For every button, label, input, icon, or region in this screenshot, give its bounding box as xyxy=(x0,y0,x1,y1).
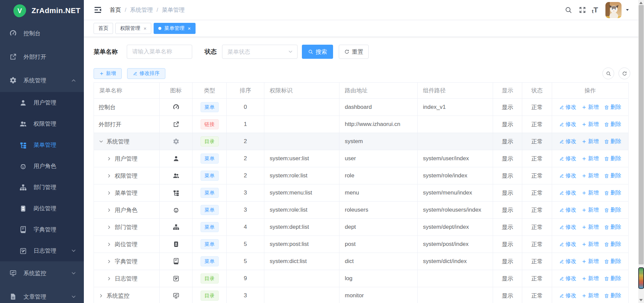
sidebar-item-system[interactable]: 系统管理 xyxy=(0,69,84,92)
sidebar-item-dept[interactable]: 部门管理 xyxy=(0,177,84,198)
add-link[interactable]: 新增 xyxy=(582,207,599,214)
tab-首页[interactable]: 首页 xyxy=(94,23,113,34)
sidebar-item-user[interactable]: 用户管理 xyxy=(0,92,84,113)
add-link[interactable]: 新增 xyxy=(582,292,599,299)
close-icon[interactable]: × xyxy=(188,26,191,31)
sidebar-item-article[interactable]: 文章管理 xyxy=(0,285,84,303)
table-row: 岗位管理菜单5system:post:listpostsystem/post/i… xyxy=(94,236,629,253)
edit-link[interactable]: 修改 xyxy=(559,189,576,197)
collapse-arrow-icon[interactable] xyxy=(107,225,112,230)
refresh-table-button[interactable] xyxy=(619,68,630,79)
user-menu-caret-icon[interactable] xyxy=(625,7,630,12)
add-link[interactable]: 新增 xyxy=(582,172,599,179)
scrollbar-thumb[interactable] xyxy=(639,5,644,264)
sort-edit-button[interactable]: 修改排序 xyxy=(127,68,165,79)
add-link[interactable]: 新增 xyxy=(582,104,599,111)
tab-菜单管理[interactable]: 菜单管理× xyxy=(154,23,196,34)
delete-link[interactable]: 删除 xyxy=(604,207,621,214)
sidebar-item-dashboard[interactable]: 控制台 xyxy=(0,21,84,45)
delete-link[interactable]: 删除 xyxy=(604,172,621,179)
edit-link[interactable]: 修改 xyxy=(559,172,576,179)
collapse-arrow-icon[interactable] xyxy=(107,276,112,281)
add-link[interactable]: 新增 xyxy=(582,224,599,231)
font-size-icon[interactable]: tT xyxy=(592,6,598,14)
search-button[interactable]: 搜索 xyxy=(302,45,333,59)
delete-link[interactable]: 删除 xyxy=(604,241,621,248)
edit-link[interactable]: 修改 xyxy=(559,121,576,128)
collapse-arrow-icon[interactable] xyxy=(107,156,112,161)
search-icon[interactable] xyxy=(565,6,572,14)
plus-icon xyxy=(582,156,587,161)
edit-link[interactable]: 修改 xyxy=(559,258,576,265)
delete-link[interactable]: 删除 xyxy=(604,275,621,282)
collapse-arrow-icon[interactable] xyxy=(99,293,104,298)
scrollbar[interactable] xyxy=(638,0,644,303)
expand-arrow-icon[interactable] xyxy=(99,139,104,144)
show-search-button[interactable] xyxy=(602,68,614,79)
sidebar-item-post[interactable]: 岗位管理 xyxy=(0,198,84,219)
add-link[interactable]: 新增 xyxy=(582,138,599,145)
add-link[interactable]: 新增 xyxy=(582,155,599,162)
collapse-arrow-icon[interactable] xyxy=(107,173,112,178)
menu-name: 系统监控 xyxy=(107,292,129,300)
breadcrumb-item[interactable]: 首页 xyxy=(110,6,121,14)
delete-link[interactable]: 删除 xyxy=(604,104,621,111)
scroll-up-arrow[interactable] xyxy=(639,2,643,4)
active-tab-dot xyxy=(158,27,161,30)
reset-button[interactable]: 重置 xyxy=(339,45,369,59)
edit-link[interactable]: 修改 xyxy=(559,155,576,162)
add-button[interactable]: 新增 xyxy=(94,68,122,79)
sidebar-item-external[interactable]: 外部打开 xyxy=(0,45,84,69)
add-link[interactable]: 新增 xyxy=(582,121,599,128)
collapse-arrow-icon[interactable] xyxy=(107,259,112,264)
add-link[interactable]: 新增 xyxy=(582,258,599,265)
avatar[interactable] xyxy=(605,2,622,18)
breadcrumb-item[interactable]: 菜单管理 xyxy=(162,6,184,14)
delete-link[interactable]: 删除 xyxy=(604,292,621,299)
add-link[interactable]: 新增 xyxy=(582,189,599,197)
component-value: system/user/index xyxy=(418,150,493,167)
collapse-arrow-icon[interactable] xyxy=(107,208,112,213)
fullscreen-icon[interactable] xyxy=(579,6,586,14)
sidebar-item-menu[interactable]: 菜单管理 xyxy=(0,134,84,156)
delete-link[interactable]: 删除 xyxy=(604,258,621,265)
delete-link[interactable]: 删除 xyxy=(604,224,621,231)
perm-value: system:role:list xyxy=(264,202,339,219)
visible-value: 显示 xyxy=(493,167,522,184)
status-value: 正常 xyxy=(522,202,552,219)
edit-link[interactable]: 修改 xyxy=(559,224,576,231)
edit-link[interactable]: 修改 xyxy=(559,207,576,214)
delete-link[interactable]: 删除 xyxy=(604,138,621,145)
breadcrumb-item[interactable]: 系统管理 xyxy=(130,6,153,14)
sidebar-collapse-icon[interactable] xyxy=(93,5,102,14)
menu-name-input[interactable] xyxy=(127,45,192,59)
sidebar-item-dict[interactable]: 字典管理 xyxy=(0,219,84,240)
collapse-arrow-icon[interactable] xyxy=(107,190,112,196)
log-icon xyxy=(19,247,27,255)
close-icon[interactable]: × xyxy=(144,26,147,31)
delete-link[interactable]: 删除 xyxy=(604,121,621,128)
edit-link[interactable]: 修改 xyxy=(559,138,576,145)
collapse-arrow-icon[interactable] xyxy=(107,242,112,247)
chevron-down-icon xyxy=(71,294,76,300)
delete-link[interactable]: 删除 xyxy=(604,189,621,197)
add-link[interactable]: 新增 xyxy=(582,275,599,282)
status-select[interactable]: 菜单状态 xyxy=(222,45,298,59)
perm-value xyxy=(264,133,339,150)
sidebar-item-roleusers[interactable]: 用户角色 xyxy=(0,156,84,177)
sidebar-item-log[interactable]: 日志管理 xyxy=(0,240,84,261)
table-row: 菜单管理菜单3system:menu:listmenusystem/menu/i… xyxy=(94,184,629,202)
component-value xyxy=(418,287,493,303)
edit-link[interactable]: 修改 xyxy=(559,275,576,282)
sidebar-item-role[interactable]: 权限管理 xyxy=(0,113,84,134)
sidebar-item-monitor[interactable]: 系统监控 xyxy=(0,261,84,285)
scroll-down-arrow[interactable] xyxy=(639,299,643,301)
edit-link[interactable]: 修改 xyxy=(559,104,576,111)
sidebar-menu: 控制台外部打开系统管理用户管理权限管理菜单管理用户角色部门管理岗位管理字典管理日… xyxy=(0,21,84,303)
delete-link[interactable]: 删除 xyxy=(604,155,621,162)
edit-link[interactable]: 修改 xyxy=(559,241,576,248)
tab-权限管理[interactable]: 权限管理× xyxy=(115,23,151,34)
edit-link[interactable]: 修改 xyxy=(559,292,576,299)
add-link[interactable]: 新增 xyxy=(582,241,599,248)
type-tag: 菜单 xyxy=(201,239,219,249)
